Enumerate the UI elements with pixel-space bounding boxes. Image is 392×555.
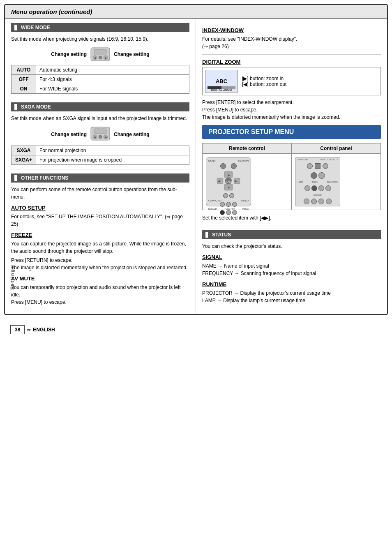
wide-mode-key-0: AUTO xyxy=(12,65,36,75)
sxga-change-left-label: Change setting xyxy=(51,132,87,137)
cp-enter-label: ENTER xyxy=(314,194,322,197)
runtime-title: RUNTIME xyxy=(202,281,381,287)
rb3 xyxy=(232,210,237,215)
table-row: SXGA+ For projection when image is cropp… xyxy=(12,155,189,165)
bar-icon xyxy=(14,25,17,30)
footer-lang: ENGLISH xyxy=(33,327,55,333)
other-functions-header: OTHER FUNCTIONS xyxy=(11,173,189,183)
remote-col-header: Remote control xyxy=(203,143,292,154)
remote-vid-btn xyxy=(226,202,231,207)
cp-btn-9 xyxy=(304,199,309,204)
zoom-screen: ABC DIGITAL ZOOM xyxy=(205,70,238,92)
index-window-body: For details, see "INDEX-WINDOW display".… xyxy=(202,35,381,50)
wide-mode-key-1: OFF xyxy=(12,75,36,84)
cp-standby: STANDBY xyxy=(297,158,309,161)
runtime-body: PROJECTOR → Display the projector's curr… xyxy=(202,289,381,304)
divider-3 xyxy=(202,54,381,55)
svg-text:◀: ◀ xyxy=(218,179,221,183)
cp-mid-labels: LAMP MENU FUNCTION xyxy=(297,181,337,183)
divider-4 xyxy=(202,226,381,226)
wide-mode-arrow-graphic: ◀ ▶ xyxy=(90,47,111,62)
sxga-arrow-graphic: ◀ ▶ xyxy=(90,126,111,142)
digital-zoom-box: ABC DIGITAL ZOOM [▶] button: zoom in [◀]… xyxy=(202,67,381,95)
control-panel-cell: STANDBY INPUT SELECT xyxy=(292,154,381,210)
table-row: SXGA For normal projection xyxy=(12,146,189,155)
remote-btn-row-1 xyxy=(220,163,237,169)
remote-comp-btn xyxy=(220,202,225,207)
svg-point-6 xyxy=(99,56,102,59)
remote-cross-svg: ▲ ◀ ENTER ▶ ▼ xyxy=(216,171,241,191)
table-row: AUTO Automatic setting xyxy=(12,65,189,75)
cp-btn-5 xyxy=(304,185,310,191)
freeze-title: FREEZE xyxy=(11,232,189,238)
zoom-bar-text: DIGITAL ZOOM xyxy=(205,88,238,91)
filter-btn xyxy=(229,193,234,198)
dz-line-1: Press [MENU] to escape. xyxy=(202,106,381,113)
runtime-line-0: PROJECTOR → Display the projector's curr… xyxy=(202,289,381,297)
dz-line-2: The image is distorted momentarily when … xyxy=(202,113,381,121)
index-label: INDEX xyxy=(242,208,249,210)
divider-2 xyxy=(11,169,189,169)
sxga-mode-header: SXGA MODE xyxy=(11,102,189,111)
default-label: DEFAULT xyxy=(208,208,217,210)
cp-btn-8 xyxy=(325,185,331,191)
return-label: RETURN xyxy=(238,160,249,162)
sxga-key-1: SXGA+ xyxy=(12,155,36,165)
signal-title: SIGNAL xyxy=(202,254,381,260)
remote-image: MENU RETURN xyxy=(206,157,251,206)
cp-row-4 xyxy=(304,199,332,204)
cp-btn-2 xyxy=(323,163,328,169)
cp-row-2 xyxy=(311,172,325,179)
menu-label: MENU xyxy=(208,160,216,162)
auto-setup-desc: For details, see "SET UP THE IMAGE POSIT… xyxy=(11,213,189,228)
remote-final-btns xyxy=(220,210,237,215)
digital-zoom-body: Press [ENTER] to select the enlargement.… xyxy=(202,99,381,121)
other-functions-desc: You can perform some of the remote contr… xyxy=(11,186,189,201)
arrow-symbol: ⇒ xyxy=(27,327,31,333)
video-label: VIDEO xyxy=(241,199,249,202)
cp-btn-1 xyxy=(315,163,321,169)
remote-svg: ◀ ▶ xyxy=(90,47,111,62)
runtime-line-1: LAMP → Display the lamp's current usage … xyxy=(202,297,381,304)
cp-btn-12 xyxy=(326,199,332,204)
status-header: STATUS xyxy=(202,230,381,239)
page-title: Menu operation (continued) xyxy=(5,5,387,19)
svg-point-13 xyxy=(99,135,102,139)
remote-menu-btn xyxy=(220,163,226,169)
cp-function: FUNCTION xyxy=(327,181,338,183)
main-content-border: Menu operation (continued) WIDE MODE Set… xyxy=(4,4,388,315)
svg-text:◀: ◀ xyxy=(94,136,96,139)
sxga-val-1: For projection when image is cropped xyxy=(36,155,189,165)
remote-cross-area: ▲ ◀ ENTER ▶ ▼ xyxy=(216,171,241,192)
cp-btn-11 xyxy=(318,199,324,204)
svg-text:▼: ▼ xyxy=(227,186,231,190)
svg-text:▶: ▶ xyxy=(235,179,238,183)
cp-btn-10 xyxy=(311,199,317,204)
av-mute-title: AV MUTE xyxy=(11,275,189,282)
wide-mode-key-2: ON xyxy=(12,84,36,94)
sidebar-label: Settings xyxy=(10,265,15,289)
svg-text:◀: ◀ xyxy=(94,57,96,59)
svg-text:▶: ▶ xyxy=(105,136,107,139)
rb2 xyxy=(226,210,231,215)
projector-setup-header: PROJECTOR SETUP MENU xyxy=(202,125,381,139)
sxga-change-right-label: Change setting xyxy=(114,132,150,137)
sxga-mode-table: SXGA For normal projection SXGA+ For pro… xyxy=(11,146,189,165)
digital-zoom-title: DIGITAL ZOOM xyxy=(202,59,381,65)
page-number: 38 xyxy=(10,325,25,334)
cp-row-1 xyxy=(307,163,328,169)
cp-btn-0 xyxy=(307,163,313,169)
bar-icon-3 xyxy=(14,175,17,181)
sxga-change-row: Change setting ◀ ▶ Change setting xyxy=(11,126,189,142)
cp-btn-6 xyxy=(311,185,317,191)
zoom-out-label: [◀] button: zoom out xyxy=(242,81,286,87)
remote-control-table: Remote control Control panel MENU RETURN xyxy=(202,143,381,210)
dz-line-0: Press [ENTER] to select the enlargement. xyxy=(202,99,381,106)
cp-menu: MENU xyxy=(312,181,318,183)
svg-rect-8 xyxy=(94,129,106,134)
status-desc: You can check the projector's status. xyxy=(202,243,381,250)
av-mute-line-0: You can temporarily stop projection and … xyxy=(11,284,189,298)
remote-control-cell: MENU RETURN xyxy=(203,154,292,210)
freeze-line-0: You can capture the projected image as a… xyxy=(11,240,189,255)
cp-input-sel: INPUT SELECT xyxy=(321,158,338,161)
